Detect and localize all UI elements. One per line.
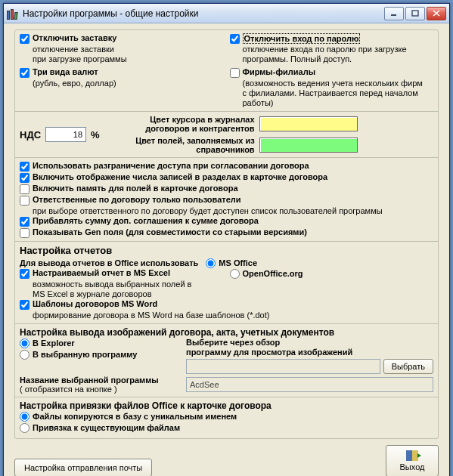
cursor-color-label: Цвет курсора в журналах договоров и конт… (115, 115, 255, 133)
program-name-sub: ( отобразится на кнопке ) (20, 385, 117, 394)
office-output-label: Для вывода отчетов в Office использовать (20, 258, 198, 267)
fields-color-swatch[interactable] (259, 138, 358, 153)
browse-hint: Выберите через обзор программу для просм… (186, 338, 433, 357)
app-icon (7, 8, 19, 20)
access-separation-option[interactable]: Использовать разграничение доступа при с… (20, 161, 433, 172)
branches-option[interactable]: Фирмы-филиалы (230, 67, 434, 78)
show-record-count-checkbox[interactable] (20, 173, 29, 183)
disable-splash-sub: отключение заставки при загрузке програм… (33, 45, 224, 64)
program-name-input (186, 377, 433, 392)
maximize-button[interactable] (405, 7, 425, 20)
field-memory-checkbox[interactable] (20, 184, 29, 194)
three-currencies-option[interactable]: Три вида валют (20, 67, 224, 78)
explorer-radio[interactable] (20, 338, 29, 348)
disable-splash-checkbox[interactable] (20, 34, 29, 44)
chosen-program-option[interactable]: В выбранную программу (20, 349, 186, 360)
responsible-users-only-sub: при выборе ответственного по договору бу… (33, 206, 433, 216)
viewer-path-input (186, 359, 380, 374)
word-templates-sub: формирование договора в MS Word на базе … (33, 311, 433, 320)
excel-custom-report-checkbox[interactable] (20, 269, 29, 279)
show-gen-fields-checkbox[interactable] (20, 228, 29, 238)
binding-link-radio[interactable] (20, 423, 29, 433)
exit-button[interactable]: Выход (386, 445, 439, 476)
show-record-count-option[interactable]: Включить отображение числа записей в раз… (20, 172, 433, 183)
binding-title: Настройка привязки файлов Office к карто… (20, 400, 433, 411)
access-separation-checkbox[interactable] (20, 162, 29, 172)
exit-icon (406, 450, 418, 461)
main-group: Отключить заставку отключение заставки п… (14, 29, 439, 439)
image-output-title: Настройка вывода изображений договора, а… (20, 327, 433, 338)
responsible-users-only-option[interactable]: Ответственные по договору только пользов… (20, 195, 433, 206)
excel-custom-report-option[interactable]: Настраиваемый отчет в MS Excel (20, 268, 224, 279)
disable-password-login-option[interactable]: Отключить вход по паролю (230, 33, 434, 44)
responsible-users-only-checkbox[interactable] (20, 196, 29, 206)
word-templates-option[interactable]: Шаблоны договоров MS Word (20, 299, 433, 310)
disable-password-login-sub: отключение входа по паролю при загрузке … (243, 45, 434, 64)
fields-color-label: Цвет полей, заполняемых из справочников (115, 136, 255, 154)
branches-sub: (возможность ведения учета нескольких фи… (243, 79, 434, 108)
msoffice-radio[interactable] (206, 258, 216, 268)
word-templates-checkbox[interactable] (20, 300, 29, 310)
excel-custom-report-sub: возможность вывода выбранных полей в MS … (33, 280, 224, 299)
reports-title: Настройка отчетов (20, 245, 433, 256)
explorer-option[interactable]: В Explorer (20, 338, 186, 348)
exit-label: Выход (400, 462, 425, 471)
nds-input[interactable] (45, 127, 86, 142)
add-supplement-sum-checkbox[interactable] (20, 217, 29, 227)
show-gen-fields-option[interactable]: Показывать Gen поля (для совместимости с… (20, 227, 433, 238)
close-button[interactable] (427, 7, 446, 20)
nds-row: НДС % (20, 127, 100, 142)
mail-settings-button[interactable]: Настройка отправления почты (14, 459, 152, 476)
msoffice-option[interactable]: MS Office (206, 258, 257, 268)
chosen-program-radio[interactable] (20, 350, 29, 360)
window-title: Настройки программы - общие настройки (23, 8, 384, 19)
add-supplement-sum-option[interactable]: Прибавлять сумму доп. соглашения к сумме… (20, 216, 433, 227)
titlebar[interactable]: Настройки программы - общие настройки (4, 4, 449, 23)
disable-splash-option[interactable]: Отключить заставку (20, 33, 224, 44)
disable-password-login-checkbox[interactable] (230, 34, 240, 44)
svg-rect-1 (412, 11, 418, 16)
browse-button[interactable]: Выбрать (383, 359, 433, 374)
program-name-label: Название выбранной программы (20, 376, 159, 385)
binding-copy-option[interactable]: Файлы копируются в базу с уникальным име… (20, 411, 433, 422)
three-currencies-checkbox[interactable] (20, 68, 29, 78)
three-currencies-sub: (рубль, евро, доллар) (33, 79, 224, 88)
openoffice-option[interactable]: OpenOffice.org (230, 268, 434, 279)
openoffice-radio[interactable] (230, 269, 240, 279)
binding-copy-radio[interactable] (20, 412, 29, 422)
cursor-color-swatch[interactable] (259, 116, 358, 131)
nds-label: НДС (20, 129, 41, 141)
binding-link-option[interactable]: Привязка к существующим файлам (20, 422, 433, 433)
settings-window: Настройки программы - общие настройки От… (3, 3, 450, 476)
nds-percent: % (91, 129, 100, 141)
minimize-button[interactable] (384, 7, 404, 20)
field-memory-option[interactable]: Включить память для полей в карточке дог… (20, 184, 433, 194)
branches-checkbox[interactable] (230, 68, 240, 78)
